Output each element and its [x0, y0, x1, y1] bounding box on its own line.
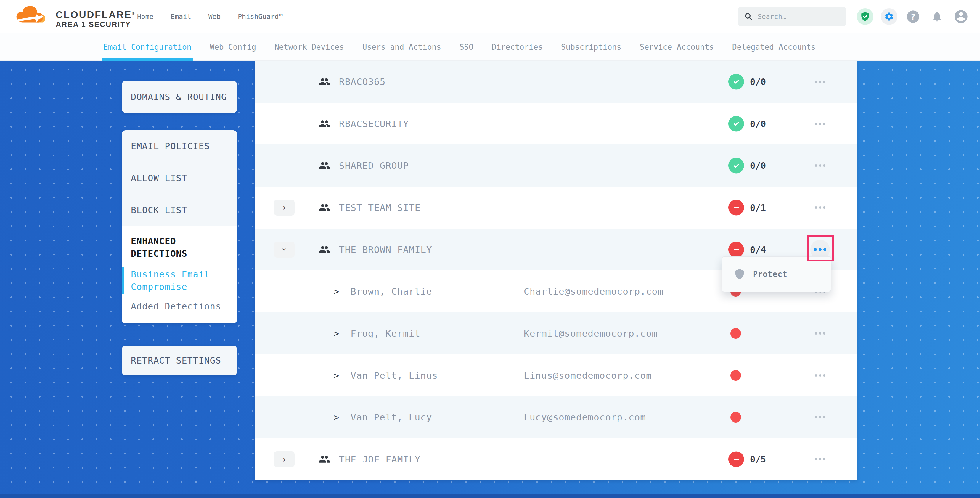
unprotected-dot: [730, 412, 741, 423]
sidebar-section-enhanced-detections: ENHANCED DETECTIONS Business Email Compr…: [122, 226, 237, 323]
group-name: RBACSECURITY: [339, 118, 409, 129]
member-name: Frog, Kermit: [350, 328, 420, 339]
protected-count: 0/4: [750, 244, 766, 255]
row-menu-button[interactable]: [811, 325, 829, 342]
member-email: Charlie@somedemocorp.com: [524, 286, 663, 297]
row-menu-button[interactable]: [811, 73, 829, 91]
protected-count: 0/0: [750, 118, 766, 129]
sidebar-item-label: RETRACT SETTINGS: [131, 355, 221, 366]
group-icon: [318, 76, 331, 88]
tab-service-accounts[interactable]: Service Accounts: [640, 33, 714, 61]
member-chevron-icon: >: [334, 370, 339, 380]
dot-icon: [823, 416, 826, 418]
avatar-icon[interactable]: [953, 8, 969, 25]
table-row: ›THE JOE FAMILY0/5: [255, 438, 857, 480]
expand-button[interactable]: ›: [274, 200, 294, 216]
row-menu-button[interactable]: [811, 408, 829, 426]
nav-item-home[interactable]: Home: [137, 13, 153, 21]
member-email: Lucy@somedemocorp.com: [524, 412, 646, 423]
row-menu-button[interactable]: [811, 157, 829, 174]
tab-users-and-actions[interactable]: Users and Actions: [363, 33, 441, 61]
table-row: ›TEST TEAM SITE0/1: [255, 186, 857, 229]
chevron-down-icon: ›: [279, 247, 289, 252]
shield-icon: [734, 269, 745, 280]
top-bar: CLOUDFLARE® AREA 1 SECURITY HomeEmailWeb…: [0, 0, 980, 33]
dot-icon: [823, 123, 826, 125]
dot-icon: [819, 123, 821, 125]
dot-icon: [819, 206, 821, 209]
tab-email-configuration[interactable]: Email Configuration: [103, 33, 191, 61]
bell-icon[interactable]: [929, 8, 945, 25]
member-email: Kermit@somedemocorp.com: [524, 328, 657, 339]
dot-icon: [815, 206, 817, 209]
group-name: THE BROWN FAMILY: [339, 244, 432, 255]
shield-check-icon[interactable]: [857, 8, 873, 25]
dot-icon: [819, 416, 821, 418]
member-email: Linus@somedemocorp.com: [524, 370, 652, 381]
sidebar-item-block-list[interactable]: BLOCK LIST: [122, 194, 237, 226]
sidebar-item-allow-list[interactable]: ALLOW LIST: [122, 162, 237, 194]
dot-icon: [815, 416, 817, 418]
sidebar-item-business-email-compromise[interactable]: Business Email Compromise: [131, 268, 228, 293]
row-menu-button[interactable]: [811, 115, 829, 133]
row-menu-button[interactable]: [811, 199, 829, 216]
help-icon[interactable]: ?: [905, 8, 921, 25]
sidebar-policies-card: EMAIL POLICIES ALLOW LIST BLOCK LIST ENH…: [122, 130, 237, 323]
member-name: Van Pelt, Linus: [350, 370, 438, 381]
sidebar-item-domains-routing[interactable]: DOMAINS & ROUTING: [122, 81, 237, 113]
row-menu-button[interactable]: [811, 450, 829, 468]
dot-icon: [823, 332, 826, 334]
gear-icon[interactable]: [881, 8, 897, 25]
status-badge-check: [728, 116, 744, 132]
protected-count: 0/0: [750, 161, 766, 171]
bottom-strip: [0, 494, 980, 498]
group-name: TEST TEAM SITE: [339, 202, 420, 213]
tab-network-devices[interactable]: Network Devices: [274, 33, 344, 61]
svg-text:?: ?: [911, 12, 915, 21]
tab-web-config[interactable]: Web Config: [210, 33, 256, 61]
row-menu-button[interactable]: [811, 366, 829, 384]
member-chevron-icon: >: [334, 328, 339, 339]
brand-subtitle: AREA 1 SECURITY: [56, 20, 135, 29]
nav-item-web[interactable]: Web: [208, 13, 221, 21]
sidebar-item-email-policies[interactable]: EMAIL POLICIES: [122, 130, 237, 162]
unprotected-dot: [730, 328, 741, 339]
header-icons: ?: [857, 8, 969, 25]
member-name: Brown, Charlie: [350, 286, 432, 297]
member-chevron-icon: >: [334, 286, 339, 297]
group-name: THE JOE FAMILY: [339, 454, 420, 465]
dot-icon: [819, 374, 821, 377]
table-row: RBACSECURITY0/0: [255, 103, 857, 145]
expand-button[interactable]: ›: [274, 451, 294, 467]
tab-subscriptions[interactable]: Subscriptions: [561, 33, 622, 61]
dot-icon: [823, 81, 826, 83]
protected-count: 0/5: [750, 454, 766, 465]
dot-icon: [823, 374, 826, 377]
sidebar-item-added-detections[interactable]: Added Detections: [131, 300, 228, 313]
dot-icon: [815, 81, 817, 83]
menu-item-protect[interactable]: Protect: [753, 270, 788, 278]
sidebar-item-label: BLOCK LIST: [131, 205, 188, 215]
tab-sso[interactable]: SSO: [460, 33, 473, 61]
sidebar-item-retract-settings[interactable]: RETRACT SETTINGS: [122, 345, 237, 375]
registered-mark: ®: [132, 11, 135, 15]
tab-bar: Email ConfigurationWeb ConfigNetwork Dev…: [0, 33, 980, 61]
sidebar-item-label: DOMAINS & ROUTING: [131, 92, 227, 102]
status-badge-check: [728, 158, 744, 173]
table-row: RBACO3650/0: [255, 61, 857, 103]
group-icon: [318, 243, 331, 256]
cloudflare-cloud-icon: [15, 4, 51, 24]
brand-name: CLOUDFLARE: [56, 9, 132, 20]
search-input[interactable]: [758, 13, 840, 21]
search-icon: [744, 12, 753, 21]
collapse-button[interactable]: ›: [274, 242, 294, 258]
nav-item-email[interactable]: Email: [170, 13, 191, 21]
status-badge-minus: [728, 452, 744, 467]
group-icon: [318, 118, 331, 130]
dot-icon: [819, 164, 821, 167]
dot-icon: [815, 164, 817, 167]
nav-item-phishguard[interactable]: PhishGuard™: [238, 13, 283, 21]
enhanced-detections-title: ENHANCED DETECTIONS: [131, 235, 228, 260]
tab-directories[interactable]: Directories: [492, 33, 543, 61]
tab-delegated-accounts[interactable]: Delegated Accounts: [732, 33, 816, 61]
